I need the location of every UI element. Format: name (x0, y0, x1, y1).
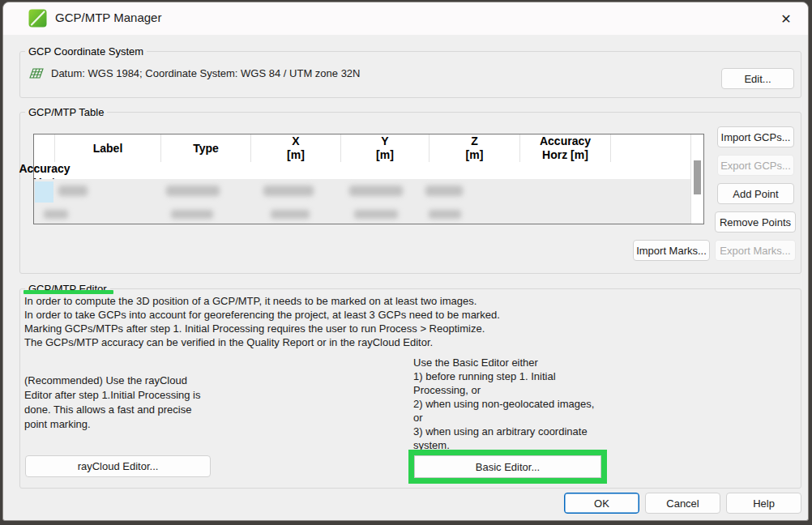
basic-editor-highlight-annotation: Basic Editor... (408, 450, 607, 484)
table-header-type[interactable]: Type (161, 134, 251, 162)
table-header-label[interactable]: Label (55, 134, 161, 162)
table-body[interactable] (34, 179, 690, 224)
coordinate-system-group: GCP Coordinate System Datum: WGS 1984; C… (19, 51, 801, 98)
redacted-cell (44, 210, 68, 219)
gcp-table-group-label: GCP/MTP Table (25, 106, 107, 118)
redacted-cell (271, 210, 310, 219)
table-header-row: Label Type X[m] Y[m] Z[m] AccuracyHorz [… (34, 134, 690, 179)
raycloud-note-text: (Recommended) Use the rayCloud Editor af… (24, 373, 276, 432)
close-icon: ✕ (780, 11, 791, 27)
selected-row-indicator (35, 181, 53, 203)
import-marks-button[interactable]: Import Marks... (633, 240, 710, 261)
window-titlebar[interactable]: GCP/MTP Manager ✕ (3, 2, 808, 35)
redacted-cell (166, 186, 220, 196)
redacted-cell (349, 186, 403, 196)
coordinate-system-group-label: GCP Coordinate System (25, 45, 147, 58)
table-header-y[interactable]: Y[m] (341, 134, 430, 162)
redacted-cell (58, 186, 88, 196)
table-header-x[interactable]: X[m] (251, 134, 341, 162)
remove-points-button[interactable]: Remove Points (715, 211, 796, 233)
export-marks-button[interactable]: Export Marks... (715, 240, 796, 261)
redacted-cell (425, 186, 463, 196)
pix4d-logo-icon (28, 9, 47, 28)
table-header-accuracy-horz[interactable]: AccuracyHorz [m] (520, 134, 611, 162)
basic-editor-button[interactable]: Basic Editor... (414, 455, 601, 478)
close-button[interactable]: ✕ (774, 7, 798, 30)
coordinate-summary: Datum: WGS 1984; Coordinate System: WGS … (51, 67, 360, 79)
table-scrollbar[interactable] (690, 134, 703, 224)
cancel-button[interactable]: Cancel (645, 493, 720, 514)
redacted-cell (263, 186, 314, 196)
table-header-z[interactable]: Z[m] (430, 134, 520, 162)
window-title: GCP/MTP Manager (55, 11, 161, 24)
gcp-table: ⌄ Label Type X[m] Y[m] Z[m] AccuracyHorz… (33, 134, 704, 224)
table-header-rownum[interactable] (34, 134, 55, 162)
redacted-cell (429, 210, 461, 219)
import-gcps-button[interactable]: Import GCPs... (717, 126, 794, 147)
ok-button[interactable]: OK (564, 493, 639, 514)
coordinate-grid-icon (28, 66, 45, 81)
gcp-mtp-manager-dialog: GCP/MTP Manager ✕ GCP Coordinate System … (2, 2, 809, 521)
add-point-button[interactable]: Add Point (717, 183, 794, 204)
edit-button[interactable]: Edit... (721, 68, 794, 89)
editor-intro-text: In order to compute the 3D position of a… (24, 294, 786, 349)
help-button[interactable]: Help (726, 493, 801, 514)
scrollbar-thumb[interactable] (694, 160, 701, 194)
raycloud-editor-button[interactable]: rayCloud Editor... (25, 455, 211, 477)
redacted-cell (171, 210, 213, 219)
export-gcps-button[interactable]: Export GCPs... (717, 155, 794, 176)
basic-note-text: Use the Basic Editor either 1) before ru… (413, 356, 648, 452)
redacted-cell (354, 210, 398, 219)
